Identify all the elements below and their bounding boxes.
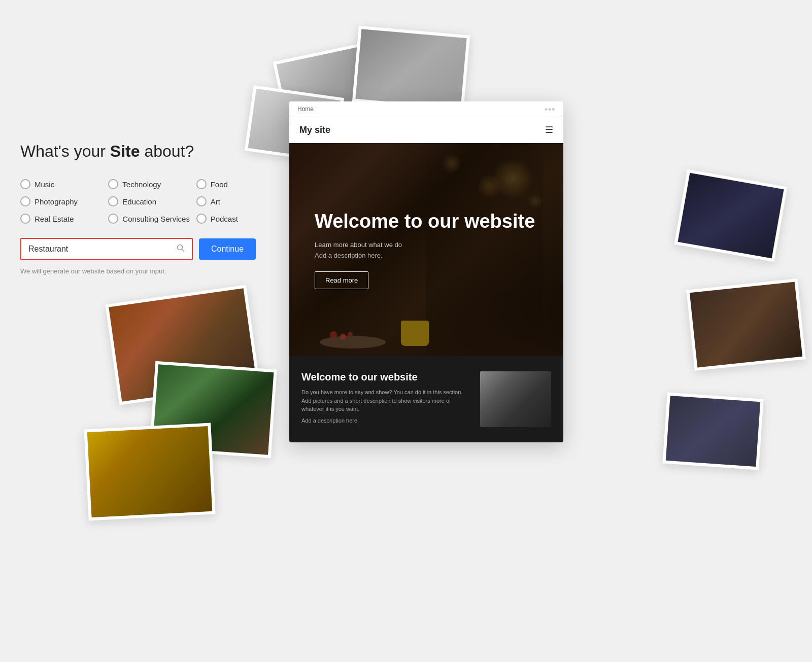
continue-button[interactable]: Continue: [199, 238, 256, 260]
option-food[interactable]: Food: [196, 179, 284, 189]
svg-line-1: [182, 250, 184, 252]
preview-bottom-text: Welcome to our website Do you have more …: [301, 371, 470, 424]
preview-browser-bar: Home ●●●: [289, 101, 563, 117]
radio-education[interactable]: [108, 196, 118, 206]
option-music-label: Music: [35, 180, 54, 189]
option-music[interactable]: Music: [20, 179, 108, 189]
bottom-title: Welcome to our website: [301, 371, 470, 383]
search-input[interactable]: [28, 245, 173, 254]
read-more-button[interactable]: Read more: [315, 271, 368, 289]
bottom-desc: Do you have more to say and show? You ca…: [301, 388, 470, 413]
option-education[interactable]: Education: [108, 196, 196, 206]
option-art[interactable]: Art: [196, 196, 284, 206]
hamburger-icon: ☰: [545, 124, 553, 135]
option-real-estate-label: Real Estate: [35, 215, 74, 223]
search-row: Continue: [20, 238, 284, 260]
bg-photo-restaurant-2: [686, 278, 806, 371]
search-icon: [177, 244, 185, 254]
option-photography-label: Photography: [35, 197, 78, 206]
option-education-label: Education: [122, 197, 156, 206]
bg-photo-top-2: [352, 26, 470, 112]
option-real-estate[interactable]: Real Estate: [20, 214, 108, 224]
radio-podcast[interactable]: [196, 214, 207, 224]
preview-hero: Welcome to our website Learn more about …: [289, 143, 563, 356]
option-consulting-label: Consulting Services: [122, 215, 190, 223]
option-technology[interactable]: Technology: [108, 179, 196, 189]
radio-food[interactable]: [196, 179, 207, 189]
bg-photo-restaurant-3: [662, 393, 763, 470]
radio-consulting[interactable]: [108, 214, 118, 224]
radio-technology[interactable]: [108, 179, 118, 189]
option-podcast[interactable]: Podcast: [196, 214, 284, 224]
browser-tab-label: Home: [297, 106, 314, 113]
preview-navbar: My site ☰: [289, 117, 563, 143]
radio-art[interactable]: [196, 196, 207, 206]
browser-controls: ●●●: [544, 106, 555, 113]
hint-text: We will generate our website based on yo…: [20, 267, 284, 275]
hero-subtitle: Learn more about what we do: [315, 241, 538, 249]
radio-photography[interactable]: [20, 196, 30, 206]
preview-site-name: My site: [299, 125, 330, 135]
bg-photo-food-3: [84, 423, 215, 521]
radio-music[interactable]: [20, 179, 30, 189]
option-art-label: Art: [211, 197, 220, 206]
bg-photo-restaurant-1: [674, 169, 787, 262]
bottom-image: [480, 371, 551, 427]
hero-title: Welcome to our website: [315, 210, 538, 233]
bottom-desc2: Add a description here.: [301, 417, 470, 424]
option-technology-label: Technology: [122, 180, 161, 189]
option-podcast-label: Podcast: [211, 215, 238, 223]
hero-desc: Add a description here.: [315, 252, 538, 259]
option-photography[interactable]: Photography: [20, 196, 108, 206]
radio-real-estate[interactable]: [20, 214, 30, 224]
option-food-label: Food: [211, 180, 228, 189]
page-headline: What's your Site about?: [20, 142, 284, 161]
hero-content: Welcome to our website Learn more about …: [315, 210, 538, 290]
left-panel: What's your Site about? Music Photograph…: [20, 142, 284, 275]
search-box-container[interactable]: [20, 238, 193, 260]
preview-bottom-section: Welcome to our website Do you have more …: [289, 356, 563, 442]
category-options-grid: Music Photography Real Estate Technology…: [20, 179, 284, 224]
option-consulting[interactable]: Consulting Services: [108, 214, 196, 224]
preview-card: Home ●●● My site ☰: [289, 101, 563, 442]
